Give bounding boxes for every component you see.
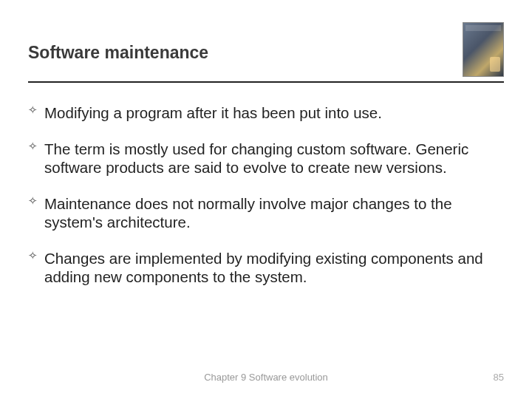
bullet-item: Changes are implemented by modifying exi… bbox=[28, 249, 501, 286]
bullet-item: The term is mostly used for changing cus… bbox=[28, 140, 501, 177]
slide: Software maintenance Modifying a program… bbox=[0, 0, 532, 399]
bullet-item: Modifying a program after it has been pu… bbox=[28, 103, 501, 122]
bullet-item: Maintenance does not normally involve ma… bbox=[28, 194, 501, 231]
book-cover-image bbox=[463, 22, 504, 77]
bullet-list: Modifying a program after it has been pu… bbox=[28, 103, 504, 286]
slide-title: Software maintenance bbox=[28, 22, 208, 63]
header-divider bbox=[28, 81, 504, 83]
slide-header: Software maintenance bbox=[28, 22, 504, 77]
footer-chapter-label: Chapter 9 Software evolution bbox=[0, 372, 532, 383]
page-number: 85 bbox=[494, 372, 504, 383]
